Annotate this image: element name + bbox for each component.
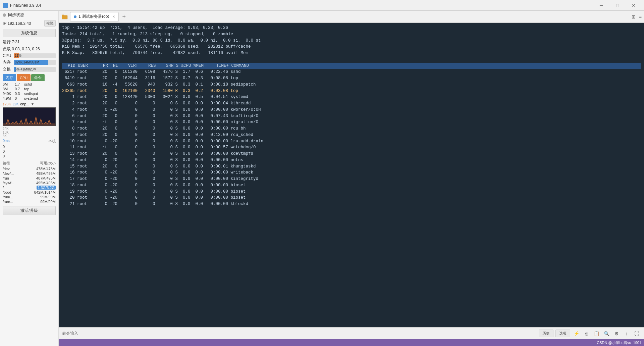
- latency-row: 0ms 本机: [0, 138, 58, 144]
- net-download: ↓2K: [12, 102, 19, 106]
- sync-status-row: 同步状态: [0, 11, 58, 19]
- disk-header-avail: 可用/大小: [40, 161, 56, 166]
- stat-row-2: 0: [0, 149, 58, 154]
- view-list-icon[interactable]: ≡: [638, 13, 643, 20]
- copy-ip-button[interactable]: 複製: [44, 20, 56, 27]
- table-row: 6419 root 20 0 162944 3116 1572 S 0.7 0.…: [62, 75, 641, 82]
- terminal-line: Tasks: 214 total, 1 running, 213 sleepin…: [62, 31, 641, 38]
- disk-path: /run/...: [3, 195, 18, 199]
- swap-bar-container: 5% 41M/820M: [14, 67, 56, 72]
- proc-mem: 4.9M: [3, 96, 13, 100]
- table-row: 15 root 20 0 0 0 0 S 0.0 0.0 0:00.01 khu…: [62, 163, 641, 170]
- activate-button[interactable]: 激活/升级: [3, 206, 56, 215]
- swap-label: 交换: [3, 66, 13, 72]
- tab-cpu[interactable]: CPU: [17, 74, 31, 81]
- table-row: 9 root 20 0 0 0 0 S 0.0 0.0 0:12.09 rcu_…: [62, 132, 641, 138]
- chart-label-8k: 8K: [3, 134, 7, 138]
- disk-item: /boot 842M/1014M: [0, 190, 58, 195]
- list-item: 3M 0.7 top: [3, 87, 56, 91]
- right-panel: 1 测试服务器root ✕ + ⊞ ≡ top - 15:54:42 up 7:…: [59, 11, 644, 346]
- process-list: 6M 1.7 sshd 3M 0.7 top 940K 0.3 sedispat…: [0, 81, 58, 101]
- table-row: 19 root 0 -20 0 0 0 S 0.0 0.0 0:00.00 bi…: [62, 189, 641, 195]
- paste-icon[interactable]: 📋: [592, 330, 600, 338]
- swap-bar-row: 交换 5% 41M/820M: [0, 66, 58, 73]
- disk-path: /dev/...: [3, 171, 18, 176]
- disk-path: /: [3, 186, 18, 190]
- proc-cpu: 0: [15, 96, 23, 100]
- disk-path: /run: [3, 176, 18, 180]
- terminal[interactable]: top - 15:54:42 up 7:31, 4 users, load av…: [59, 23, 644, 327]
- disk-value-highlight: 1.3G/6.2G: [37, 186, 56, 190]
- fullscreen-icon[interactable]: ⛶: [633, 330, 641, 338]
- table-row: 1 root 20 0 128420 5000 3024 S 0.0 0.5 0…: [62, 94, 641, 100]
- swap-bar-text: 5% 41M/820M: [15, 67, 36, 72]
- net-upload: ↑23K: [3, 102, 11, 106]
- upload-icon[interactable]: ↑: [623, 330, 631, 338]
- app-icon: [3, 3, 8, 8]
- terminal-line: KiB Swap: 839676 total, 796744 free, 429…: [62, 50, 641, 56]
- uptime-row: 运行 7:31: [0, 39, 58, 46]
- tab-label: 1 测试服务器root: [78, 14, 109, 19]
- sys-info-button[interactable]: 系统信息: [3, 29, 56, 37]
- tab-memory[interactable]: 内存: [3, 74, 16, 81]
- latency-value: 0ms: [3, 139, 10, 144]
- minimize-button[interactable]: ─: [594, 0, 609, 11]
- disk-item: /dev/... 495M/495M: [0, 171, 58, 176]
- stat-row-3: 0: [0, 154, 58, 158]
- table-row: 6217 root 20 0 161380 6108 4376 S 1.7 0.…: [62, 69, 641, 75]
- table-row: 23365 root 20 0 162100 2340 1580 R 0.3 0…: [62, 88, 641, 94]
- tab-command[interactable]: 命令: [31, 74, 45, 81]
- disk-path: /run/...: [3, 200, 18, 204]
- table-row: 2 root 20 0 0 0 0 S 0.0 0.0 0:00.04 kthr…: [62, 100, 641, 107]
- table-row: 4 root 0 -20 0 0 0 S 0.0 0.0 0:00.00 kwo…: [62, 107, 641, 113]
- options-button[interactable]: 选项: [555, 330, 570, 337]
- disk-path: /sys/f...: [3, 181, 18, 185]
- network-chart: [3, 107, 56, 126]
- disk-value: 478M/478M: [36, 167, 56, 171]
- proc-mem: 3M: [3, 87, 13, 91]
- load-row: 负载 0.03, 0.23, 0.26: [0, 46, 58, 53]
- mem-bar-text: 82%814M/991M: [15, 60, 39, 65]
- terminal-line: KiB Mem : 1014756 total, 66576 free, 665…: [62, 44, 641, 50]
- table-row: 7 root rt 0 0 0 0 S 0.0 0.0 0:00.00 migr…: [62, 119, 641, 126]
- expand-icon[interactable]: ▼: [31, 102, 35, 106]
- list-item: 4.9M 0 systemd: [3, 96, 56, 101]
- history-button[interactable]: 历史: [539, 330, 553, 337]
- table-row: 11 root rt 0 0 0 0 S 0.0 0.0 0:00.57 wat…: [62, 144, 641, 151]
- tab-bar-right: ⊞ ≡: [631, 13, 643, 20]
- sidebar: 同步状态 IP 192.168.3.40 複製 系统信息 运行 7:31 负载 …: [0, 11, 59, 346]
- monitor-tabs: 内存 CPU 命令: [0, 73, 58, 81]
- search-icon[interactable]: 🔍: [602, 330, 610, 338]
- add-tab-button[interactable]: +: [119, 12, 129, 21]
- chart-label-16k: 16K: [3, 131, 9, 134]
- proc-name: sedispat: [24, 92, 38, 96]
- disk-item: /run/... 99M/99M: [0, 195, 58, 199]
- table-row: 10 root 0 -20 0 0 0 S 0.0 0.0 0:00.00 lr…: [62, 138, 641, 145]
- folder-button[interactable]: [60, 12, 69, 21]
- disk-path: /dev: [3, 167, 18, 171]
- server-tab[interactable]: 1 测试服务器root ✕: [70, 12, 119, 21]
- settings-icon[interactable]: ⚙: [612, 330, 621, 338]
- list-item: 6M 1.7 sshd: [3, 82, 56, 87]
- window-controls: ─ □ ✕: [594, 0, 641, 11]
- sync-label: 同步状态: [8, 12, 24, 18]
- lightning-icon[interactable]: ⚡: [572, 330, 580, 338]
- table-row: 14 root 0 -20 0 0 0 S 0.0 0.0 0:00.00 ne…: [62, 157, 641, 163]
- copy-icon[interactable]: ⎘: [582, 330, 590, 338]
- table-row: 6 root 20 0 0 0 0 S 0.0 0.0 0:07.43 ksof…: [62, 113, 641, 119]
- proc-cpu: 0.3: [15, 92, 23, 96]
- proc-name: sshd: [24, 82, 32, 86]
- disk-item: /run/... 99M/99M: [0, 199, 58, 204]
- main-container: 同步状态 IP 192.168.3.40 複製 系统信息 运行 7:31 负载 …: [0, 11, 644, 346]
- close-button[interactable]: ✕: [626, 0, 641, 11]
- maximize-button[interactable]: □: [610, 0, 625, 11]
- titlebar: FinalShell 3.9.3.4 ─ □ ✕: [0, 0, 644, 11]
- cpu-label: CPU: [3, 53, 13, 58]
- view-grid-icon[interactable]: ⊞: [631, 13, 637, 20]
- cpu-bar-row: CPU 11%: [0, 53, 58, 59]
- svg-marker-0: [3, 117, 55, 126]
- tab-close-button[interactable]: ✕: [112, 15, 115, 18]
- table-row: 663 root 16 -4 55620 940 932 S 0.3 0.1 0…: [62, 82, 641, 88]
- disk-header-path: 路径: [3, 161, 10, 166]
- status-bar: CSDN @小湖bu搞vu 1901: [59, 339, 644, 346]
